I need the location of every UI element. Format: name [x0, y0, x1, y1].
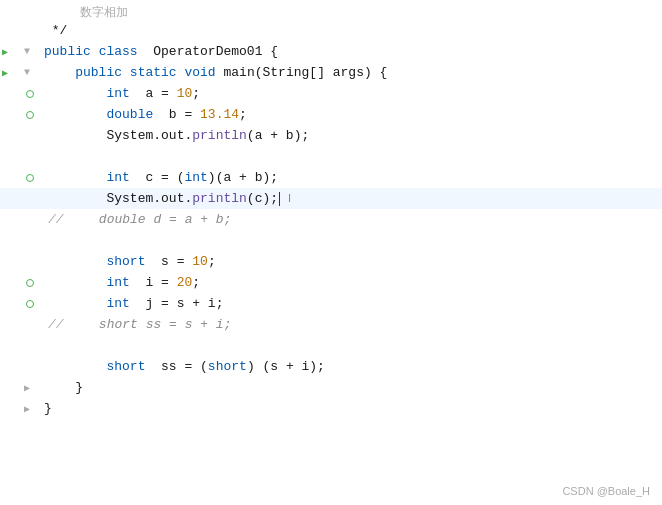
code-line: double b = 13.14;: [0, 104, 662, 125]
fold-close-icon[interactable]: ▶: [24, 403, 30, 415]
gutter: ▶ ▼: [0, 67, 40, 78]
code-line: int j = s + i;: [0, 293, 662, 314]
gutter: ▶ ▼: [0, 46, 40, 57]
line-content: short s = 10;: [40, 254, 216, 269]
code-line: int i = 20;: [0, 272, 662, 293]
code-line: [0, 146, 662, 167]
fold-close-icon[interactable]: ▶: [24, 382, 30, 394]
line-content: public class OperatorDemo01 {: [40, 44, 278, 59]
line-content: [40, 233, 52, 248]
fold-area: ▼: [20, 67, 34, 78]
fold-icon[interactable]: ▼: [24, 67, 30, 78]
line-content: public static void main(String[] args) {: [40, 65, 387, 80]
code-line: int a = 10;: [0, 83, 662, 104]
gutter: [0, 90, 40, 98]
editor-container: 数字相加 */ ▶ ▼ public class OperatorDemo01 …: [0, 0, 662, 505]
code-line: short s = 10;: [0, 251, 662, 272]
code-line-active: System.out.println(c); I: [0, 188, 662, 209]
fold-area: ▶: [20, 382, 34, 394]
line-content: int i = 20;: [40, 275, 200, 290]
breakpoint-dot[interactable]: [26, 300, 34, 308]
fold-area: ▼: [20, 46, 34, 57]
code-line: ▶ ▼ public class OperatorDemo01 {: [0, 41, 662, 62]
gutter: ▶: [0, 382, 40, 394]
line-content: System.out.println(c); I: [40, 191, 291, 206]
gutter: [0, 300, 40, 308]
code-line: ▶ }: [0, 377, 662, 398]
breakpoint-dot[interactable]: [26, 279, 34, 287]
line-content: [40, 338, 52, 353]
code-line: ▶ }: [0, 398, 662, 419]
run-arrow-icon[interactable]: ▶: [2, 46, 8, 58]
line-content: int a = 10;: [40, 86, 200, 101]
run-arrow-icon[interactable]: ▶: [2, 67, 8, 79]
line-content: short ss = (short) (s + i);: [40, 359, 325, 374]
fold-area: ▶: [20, 403, 34, 415]
text-cursor: [279, 192, 280, 206]
line-content: double b = 13.14;: [40, 107, 247, 122]
line-content: [40, 149, 52, 164]
code-line: // short ss = s + i;: [0, 314, 662, 335]
line-content: System.out.println(a + b);: [40, 128, 309, 143]
code-line: [0, 230, 662, 251]
code-line: ▶ ▼ public static void main(String[] arg…: [0, 62, 662, 83]
gutter: [0, 174, 40, 182]
breakpoint-dot[interactable]: [26, 111, 34, 119]
line-content: }: [40, 401, 52, 416]
breakpoint-dot[interactable]: [26, 174, 34, 182]
gutter: [0, 279, 40, 287]
code-area: */ ▶ ▼ public class OperatorDemo01 { ▶ ▼…: [0, 0, 662, 505]
code-line: System.out.println(a + b);: [0, 125, 662, 146]
code-line: // double d = a + b;: [0, 209, 662, 230]
code-line: [0, 335, 662, 356]
line-content: }: [40, 380, 83, 395]
code-line: int c = (int)(a + b);: [0, 167, 662, 188]
line-content: int j = s + i;: [40, 296, 223, 311]
gutter: [0, 111, 40, 119]
code-line: */: [0, 20, 662, 41]
line-content: // short ss = s + i;: [40, 317, 231, 332]
line-content: */: [40, 23, 67, 38]
breakpoint-dot[interactable]: [26, 90, 34, 98]
line-content: // double d = a + b;: [40, 212, 231, 227]
fold-icon[interactable]: ▼: [24, 46, 30, 57]
line-content: int c = (int)(a + b);: [40, 170, 278, 185]
code-line: short ss = (short) (s + i);: [0, 356, 662, 377]
hint-text: 数字相加: [80, 4, 128, 21]
watermark-text: CSDN @Boale_H: [562, 485, 650, 497]
gutter: ▶: [0, 403, 40, 415]
